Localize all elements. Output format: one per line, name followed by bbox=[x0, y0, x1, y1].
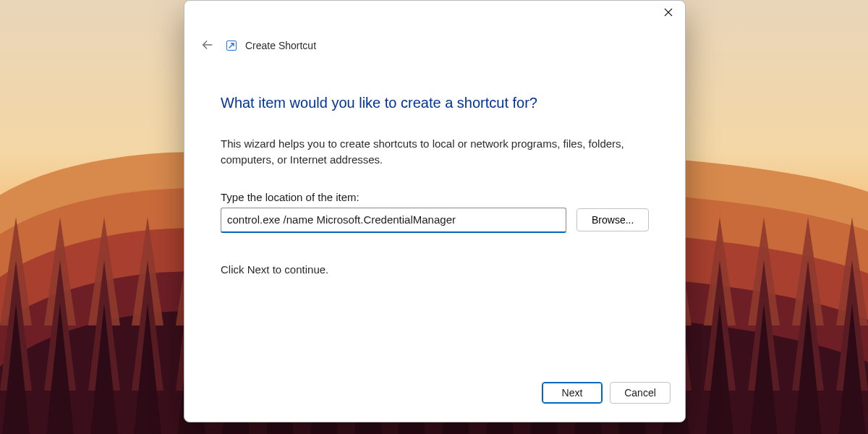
location-row: Browse... bbox=[221, 208, 649, 233]
arrow-left-icon bbox=[201, 38, 214, 54]
header-row: Create Shortcut bbox=[184, 35, 685, 56]
titlebar bbox=[184, 1, 685, 30]
location-label: Type the location of the item: bbox=[221, 191, 649, 203]
continue-hint: Click Next to continue. bbox=[221, 263, 649, 276]
back-button[interactable] bbox=[197, 35, 218, 56]
create-shortcut-dialog: Create Shortcut What item would you like… bbox=[184, 0, 686, 422]
wizard-content: What item would you like to create a sho… bbox=[184, 56, 685, 373]
wizard-description: This wizard helps you to create shortcut… bbox=[221, 136, 626, 168]
close-button[interactable] bbox=[652, 1, 685, 24]
close-icon bbox=[664, 7, 673, 19]
page-title: Create Shortcut bbox=[245, 40, 316, 51]
cancel-button[interactable]: Cancel bbox=[610, 382, 671, 404]
dialog-footer: Next Cancel bbox=[184, 373, 685, 422]
next-button[interactable]: Next bbox=[542, 382, 603, 404]
shortcut-icon bbox=[226, 41, 237, 51]
wizard-headline: What item would you like to create a sho… bbox=[221, 95, 649, 111]
location-input[interactable] bbox=[221, 208, 566, 233]
browse-button[interactable]: Browse... bbox=[576, 208, 649, 231]
